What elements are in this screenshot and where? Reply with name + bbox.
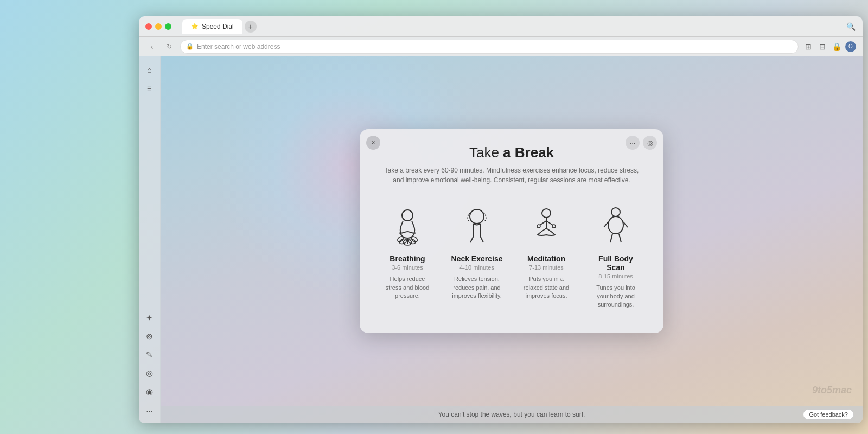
modal-title-light: Take <box>469 144 503 161</box>
sidebar-message-icon[interactable]: ◎ <box>142 366 157 381</box>
sidebar-more-icon[interactable]: ··· <box>142 403 157 418</box>
breathing-duration: 3-6 minutes <box>392 264 423 271</box>
close-button[interactable] <box>145 23 152 30</box>
full-body-scan-name: Full Body Scan <box>590 254 642 272</box>
content-background: × ··· ◎ Take a Break Take a break <box>161 56 863 423</box>
meditation-desc: Puts you in a relaxed state and improves… <box>520 275 572 300</box>
feedback-button[interactable]: Got feedback? <box>803 409 854 420</box>
modal-title: Take a Break <box>377 144 646 161</box>
browser-titlebar: ⭐ Speed Dial + 🔍 <box>139 16 863 37</box>
address-input: Enter search or web address <box>197 43 280 50</box>
svg-point-7 <box>542 209 551 218</box>
sidebar-chat-icon[interactable]: ◉ <box>142 384 157 399</box>
neck-exercise-icon <box>455 205 499 248</box>
browser-navbar: ‹ ↻ 🔒 Enter search or web address ⊞ ⊟ 🔒 … <box>139 37 863 56</box>
modal-actions: ··· ◎ <box>626 136 657 150</box>
meditation-icon <box>525 205 568 248</box>
watermark: 9to5mac <box>812 385 852 396</box>
full-body-scan-icon <box>594 205 637 248</box>
svg-point-0 <box>402 210 413 221</box>
breathing-icon <box>386 205 429 248</box>
nav-icons-right: ⊞ ⊟ 🔒 O <box>803 41 856 52</box>
meditation-card[interactable]: Meditation 7-13 minutes Puts you in a re… <box>516 198 577 315</box>
full-body-scan-duration: 8-15 minutes <box>598 273 633 279</box>
take-a-break-modal: × ··· ◎ Take a Break Take a break <box>360 129 663 333</box>
traffic-lights <box>145 23 171 30</box>
breathing-name: Breathing <box>390 254 425 263</box>
modal-title-bold: a Break <box>503 144 554 161</box>
sidebar-feed-icon[interactable]: ⊚ <box>142 329 157 344</box>
svg-point-6 <box>470 209 484 224</box>
browser-content: × ··· ◎ Take a Break Take a break <box>161 56 863 423</box>
bottom-bar: You can't stop the waves, but you can le… <box>161 406 863 423</box>
exercise-grid: Breathing 3-6 minutes Helps reduce stres… <box>377 198 646 315</box>
back-button[interactable]: ‹ <box>145 40 158 53</box>
neck-exercise-card[interactable]: Neck Exercise 4-10 minutes Relieves tens… <box>446 198 507 315</box>
sidebar-layers-icon[interactable]: ≡ <box>142 80 157 95</box>
minimize-button[interactable] <box>155 23 162 30</box>
breathing-card[interactable]: Breathing 3-6 minutes Helps reduce stres… <box>377 198 438 315</box>
quote-text: You can't stop the waves, but you can le… <box>438 411 585 418</box>
svg-point-9 <box>552 225 556 228</box>
profile-icon[interactable]: O <box>845 41 856 52</box>
sidebar-toggle-icon[interactable]: ⊟ <box>817 41 828 52</box>
modal-more-button[interactable]: ··· <box>626 136 640 150</box>
modal-subtitle: Take a break every 60-90 minutes. Mindfu… <box>377 165 646 185</box>
speed-dial-tab[interactable]: ⭐ Speed Dial <box>182 19 242 34</box>
breathing-desc: Helps reduce stress and blood pressure. <box>381 275 433 300</box>
add-tab-button[interactable]: + <box>245 21 257 33</box>
neck-exercise-name: Neck Exercise <box>451 254 503 263</box>
browser-window: ⭐ Speed Dial + 🔍 ‹ ↻ 🔒 Enter search or w… <box>139 16 863 423</box>
full-body-scan-card[interactable]: Full Body Scan 8-15 minutes Tunes you in… <box>585 198 646 315</box>
meditation-duration: 7-13 minutes <box>529 264 564 271</box>
meditation-name: Meditation <box>527 254 565 263</box>
sidebar-star-icon[interactable]: ✦ <box>142 310 157 326</box>
browser-sidebar: ⌂ ≡ ✦ ⊚ ✎ ◎ ◉ ··· <box>139 56 161 423</box>
svg-point-10 <box>611 208 620 216</box>
tab-label: Speed Dial <box>202 23 234 30</box>
tab-bar: ⭐ Speed Dial + <box>182 19 257 34</box>
modal-bookmark-button[interactable]: ◎ <box>643 136 657 150</box>
lock-icon[interactable]: 🔒 <box>831 41 842 52</box>
neck-exercise-desc: Relieves tension, reduces pain, and impr… <box>451 275 503 300</box>
svg-point-11 <box>608 216 623 234</box>
modal-header: Take a Break <box>377 144 646 161</box>
sidebar-home-icon[interactable]: ⌂ <box>142 62 157 77</box>
extensions-icon[interactable]: ⊞ <box>803 41 814 52</box>
neck-exercise-duration: 4-10 minutes <box>459 264 494 271</box>
maximize-button[interactable] <box>165 23 171 30</box>
svg-point-8 <box>537 225 540 228</box>
address-bar[interactable]: 🔒 Enter search or web address <box>180 40 799 54</box>
reload-button[interactable]: ↻ <box>163 40 176 53</box>
full-body-scan-desc: Tunes you into your body and surrounding… <box>590 284 642 309</box>
modal-overlay: × ··· ◎ Take a Break Take a break <box>161 56 863 406</box>
search-icon[interactable]: 🔍 <box>845 21 856 32</box>
sidebar-pen-icon[interactable]: ✎ <box>142 347 157 362</box>
